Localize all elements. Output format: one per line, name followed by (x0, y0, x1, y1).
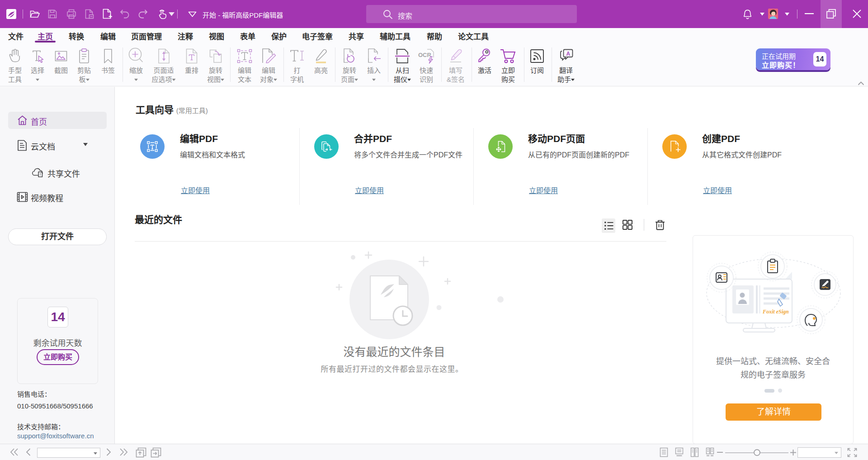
svg-text:OCR: OCR (418, 52, 432, 58)
svg-text:A: A (566, 51, 571, 57)
svg-text:Foxit eSign: Foxit eSign (762, 308, 789, 315)
